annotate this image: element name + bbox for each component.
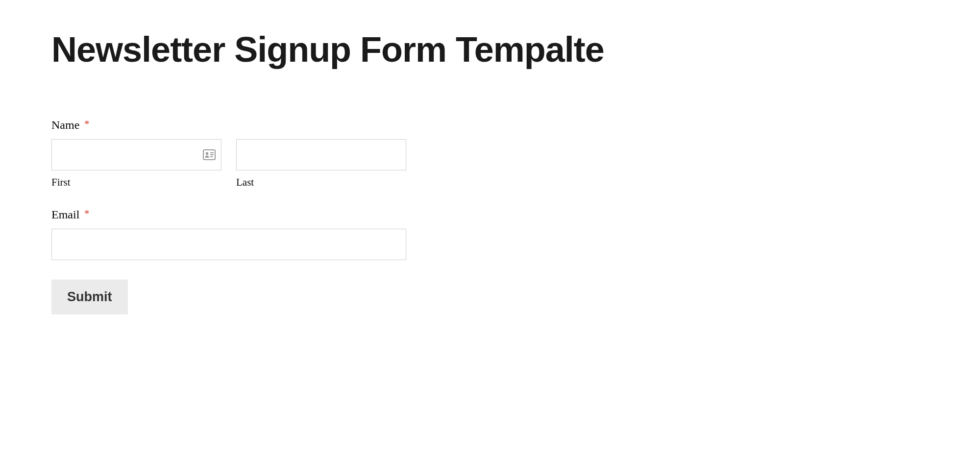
name-label: Name *	[51, 119, 406, 132]
name-row: First Last	[51, 139, 406, 189]
last-name-column: Last	[236, 139, 406, 189]
submit-button[interactable]: Submit	[51, 280, 128, 314]
svg-rect-4	[210, 156, 213, 157]
email-field-group: Email *	[51, 208, 406, 260]
name-label-text: Name	[51, 119, 79, 131]
id-badge-icon	[203, 149, 216, 160]
required-indicator: *	[84, 208, 89, 219]
svg-rect-2	[210, 152, 214, 153]
email-label-text: Email	[51, 208, 79, 221]
email-label: Email *	[51, 208, 406, 221]
first-name-column: First	[51, 139, 221, 189]
last-name-sublabel: Last	[236, 176, 406, 189]
first-name-wrapper	[51, 139, 221, 170]
required-indicator: *	[84, 119, 89, 129]
last-name-input[interactable]	[236, 139, 406, 170]
first-name-sublabel: First	[51, 176, 221, 189]
last-name-wrapper	[236, 139, 406, 170]
signup-form: Name *	[51, 119, 406, 314]
page-title: Newsletter Signup Form Tempalte	[51, 29, 929, 70]
first-name-input[interactable]	[51, 139, 221, 170]
svg-rect-3	[210, 154, 214, 155]
name-field-group: Name *	[51, 119, 406, 189]
email-input[interactable]	[51, 229, 406, 260]
svg-point-1	[206, 152, 209, 155]
